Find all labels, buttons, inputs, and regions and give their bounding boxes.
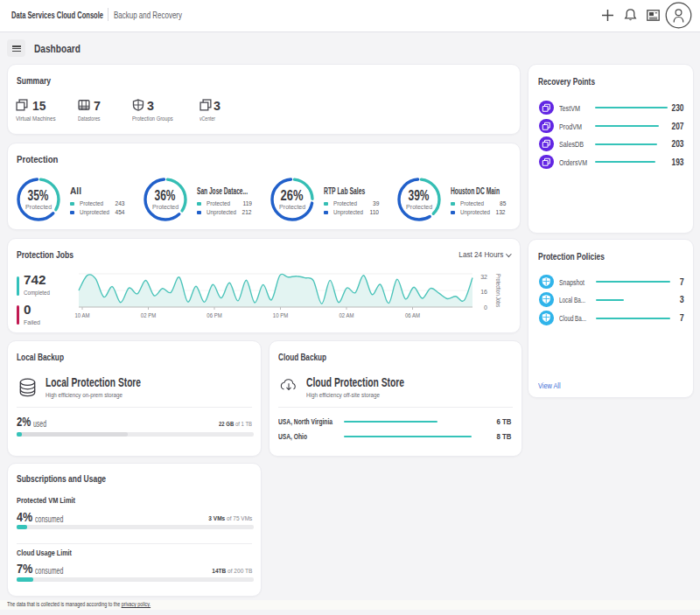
svg-text:06 AM: 06 AM — [405, 311, 420, 318]
svg-text:06 PM: 06 PM — [206, 311, 222, 318]
svg-text:10 AM: 10 AM — [75, 311, 90, 318]
svg-text:Protection Jobs: Protection Jobs — [495, 274, 500, 307]
svg-text:16: 16 — [480, 289, 487, 295]
svg-text:02 AM: 02 AM — [340, 311, 354, 318]
svg-text:0: 0 — [484, 304, 487, 311]
svg-text:10 PM: 10 PM — [273, 311, 289, 318]
svg-text:02 PM: 02 PM — [141, 311, 157, 318]
svg-text:32: 32 — [480, 274, 487, 280]
